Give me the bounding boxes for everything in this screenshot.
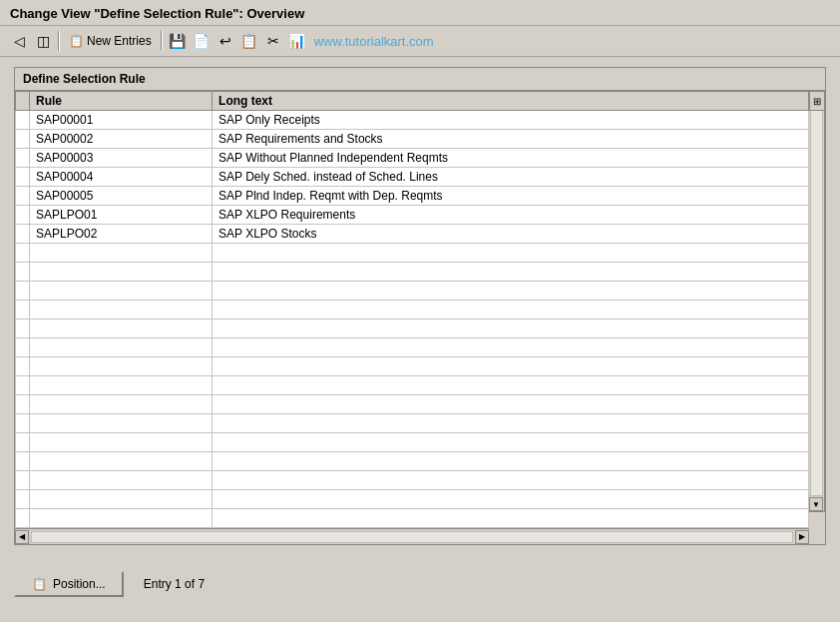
empty-cell-longtext bbox=[212, 357, 809, 376]
empty-row bbox=[16, 301, 809, 319]
table-row[interactable]: SAP00002SAP Requirements and Stocks bbox=[16, 130, 809, 149]
row-selector-cell[interactable] bbox=[16, 187, 30, 206]
empty-row-selector bbox=[16, 395, 30, 414]
page-title: Change View "Define Selection Rule": Ove… bbox=[10, 6, 304, 21]
table-row[interactable]: SAPLPO01SAP XLPO Requirements bbox=[16, 206, 809, 225]
table-row[interactable]: SAPLPO02SAP XLPO Stocks bbox=[16, 225, 809, 244]
empty-cell-rule bbox=[30, 414, 212, 433]
horizontal-scrollbar[interactable]: ◀ ▶ bbox=[15, 528, 809, 544]
empty-row-selector bbox=[16, 282, 30, 301]
empty-cell-longtext bbox=[212, 509, 809, 528]
empty-cell-longtext bbox=[212, 471, 809, 490]
position-btn-label: Position... bbox=[53, 577, 106, 591]
empty-row-selector bbox=[16, 471, 30, 490]
empty-cell-longtext bbox=[212, 319, 809, 338]
row-selector-cell[interactable] bbox=[16, 130, 30, 149]
empty-row bbox=[16, 376, 809, 395]
empty-cell-longtext bbox=[212, 433, 809, 452]
save-btn[interactable]: 💾 bbox=[167, 30, 189, 52]
empty-row bbox=[16, 414, 809, 433]
scroll-right-btn[interactable]: ▶ bbox=[795, 530, 809, 544]
empty-row bbox=[16, 244, 809, 263]
empty-cell-longtext bbox=[212, 490, 809, 509]
cell-longtext: SAP Plnd Indep. Reqmt with Dep. Reqmts bbox=[212, 187, 809, 206]
scroll-track-h bbox=[31, 531, 793, 543]
empty-cell-rule bbox=[30, 282, 212, 301]
col-rule-header: Rule bbox=[30, 92, 212, 111]
footer: 📋 Position... Entry 1 of 7 bbox=[0, 555, 840, 613]
vertical-scrollbar[interactable]: ▲ ▼ bbox=[809, 91, 825, 512]
undo-btn[interactable]: ↩ bbox=[214, 30, 236, 52]
new-entries-btn[interactable]: 📋 New Entries bbox=[64, 31, 157, 51]
empty-cell-rule bbox=[30, 471, 212, 490]
table-row[interactable]: SAP00003SAP Without Planned Independent … bbox=[16, 149, 809, 168]
row-selector-cell[interactable] bbox=[16, 206, 30, 225]
scroll-track-v bbox=[810, 107, 823, 496]
empty-cell-longtext bbox=[212, 263, 809, 282]
empty-cell-rule bbox=[30, 395, 212, 414]
empty-cell-rule bbox=[30, 338, 212, 357]
table-row[interactable]: SAP00001SAP Only Receipts bbox=[16, 111, 809, 130]
position-button[interactable]: 📋 Position... bbox=[14, 571, 124, 597]
empty-row bbox=[16, 282, 809, 301]
delete-btn[interactable]: ✂ bbox=[262, 30, 284, 52]
panel-title: Define Selection Rule bbox=[15, 68, 825, 91]
col-selector[interactable]: ⊞ bbox=[809, 91, 825, 111]
empty-cell-rule bbox=[30, 244, 212, 263]
details-btn[interactable]: 📊 bbox=[286, 30, 308, 52]
empty-cell-longtext bbox=[212, 244, 809, 263]
watermark: www.tutorialkart.com bbox=[314, 34, 434, 49]
cell-rule: SAP00005 bbox=[30, 187, 212, 206]
title-bar: Change View "Define Selection Rule": Ove… bbox=[0, 0, 840, 26]
empty-row bbox=[16, 452, 809, 471]
empty-cell-rule bbox=[30, 509, 212, 528]
exit-btn[interactable]: ◫ bbox=[32, 30, 54, 52]
new-entries-icon: 📋 bbox=[69, 34, 84, 48]
cell-rule: SAPLPO02 bbox=[30, 225, 212, 244]
empty-cell-longtext bbox=[212, 395, 809, 414]
scroll-left-btn[interactable]: ◀ bbox=[15, 530, 29, 544]
empty-cell-longtext bbox=[212, 452, 809, 471]
empty-cell-rule bbox=[30, 452, 212, 471]
cell-rule: SAP00004 bbox=[30, 168, 212, 187]
row-selector-cell[interactable] bbox=[16, 149, 30, 168]
cell-longtext: SAP Requirements and Stocks bbox=[212, 130, 809, 149]
empty-cell-longtext bbox=[212, 301, 809, 319]
empty-cell-longtext bbox=[212, 282, 809, 301]
row-selector-cell[interactable] bbox=[16, 225, 30, 244]
copy-btn[interactable]: 📄 bbox=[191, 30, 212, 52]
data-table: Rule Long text SAP00001SAP Only Receipts… bbox=[15, 91, 809, 528]
empty-cell-rule bbox=[30, 263, 212, 282]
row-selector-cell[interactable] bbox=[16, 111, 30, 130]
table-row[interactable]: SAP00005SAP Plnd Indep. Reqmt with Dep. … bbox=[16, 187, 809, 206]
cell-longtext: SAP XLPO Requirements bbox=[212, 206, 809, 225]
empty-row-selector bbox=[16, 244, 30, 263]
empty-cell-rule bbox=[30, 357, 212, 376]
scroll-down-btn[interactable]: ▼ bbox=[809, 497, 823, 511]
row-selector-cell[interactable] bbox=[16, 168, 30, 187]
empty-row-selector bbox=[16, 357, 30, 376]
toolbar: ◁ ◫ 📋 New Entries 💾 📄 ↩ 📋 ✂ 📊 www.tutori… bbox=[0, 26, 840, 57]
empty-row bbox=[16, 395, 809, 414]
position-icon: 📋 bbox=[32, 577, 47, 591]
cell-rule: SAP00001 bbox=[30, 111, 212, 130]
back-btn[interactable]: ◁ bbox=[8, 30, 30, 52]
cell-longtext: SAP Without Planned Independent Reqmts bbox=[212, 149, 809, 168]
empty-cell-longtext bbox=[212, 414, 809, 433]
new-entries-label: New Entries bbox=[87, 34, 152, 48]
empty-row-selector bbox=[16, 490, 30, 509]
empty-row-selector bbox=[16, 452, 30, 471]
paste-btn[interactable]: 📋 bbox=[238, 30, 260, 52]
table-area: Rule Long text SAP00001SAP Only Receipts… bbox=[15, 91, 825, 528]
empty-row bbox=[16, 433, 809, 452]
cell-rule: SAP00002 bbox=[30, 130, 212, 149]
cell-longtext: SAP Only Receipts bbox=[212, 111, 809, 130]
empty-row-selector bbox=[16, 263, 30, 282]
table-row[interactable]: SAP00004SAP Dely Sched. instead of Sched… bbox=[16, 168, 809, 187]
empty-row-selector bbox=[16, 376, 30, 395]
empty-row bbox=[16, 319, 809, 338]
cell-rule: SAPLPO01 bbox=[30, 206, 212, 225]
cell-longtext: SAP XLPO Stocks bbox=[212, 225, 809, 244]
empty-row-selector bbox=[16, 319, 30, 338]
empty-cell-rule bbox=[30, 376, 212, 395]
